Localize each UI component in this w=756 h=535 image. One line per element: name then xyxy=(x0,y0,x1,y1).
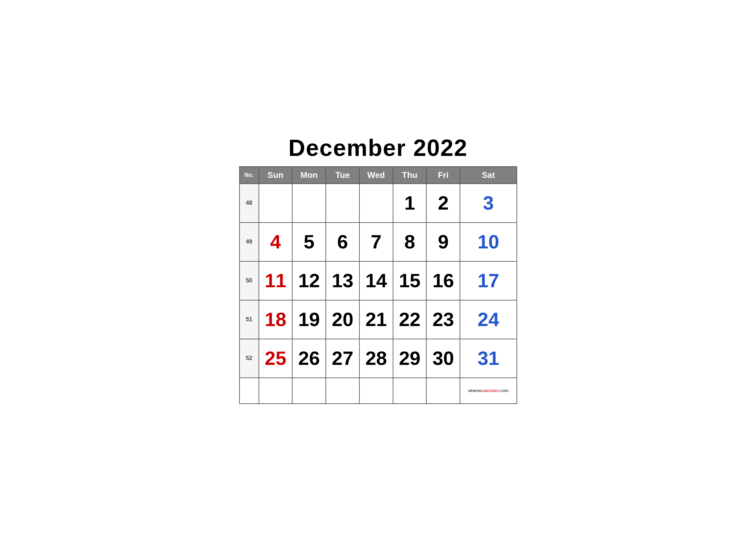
week-number-51: 51 xyxy=(239,300,259,339)
header-mon: Mon xyxy=(292,167,326,184)
day-cell-25: 25 xyxy=(259,339,292,378)
day-cell-3: 3 xyxy=(460,184,517,223)
week-number-48: 48 xyxy=(239,184,259,223)
day-cell-5: 5 xyxy=(292,223,326,261)
week-row-51: 5118192021222324 xyxy=(239,300,517,339)
day-cell-empty-0-1 xyxy=(292,184,326,223)
empty-last-3 xyxy=(326,378,360,404)
day-cell-30: 30 xyxy=(426,339,460,378)
calendar-table: No. Sun Mon Tue Wed Thu Fri Sat 48123494… xyxy=(239,166,517,404)
calendar-title: December 2022 xyxy=(239,134,517,161)
empty-last-4 xyxy=(360,378,393,404)
day-cell-22: 22 xyxy=(393,300,427,339)
empty-last-2 xyxy=(292,378,326,404)
day-cell-12: 12 xyxy=(292,261,326,300)
header-sun: Sun xyxy=(259,167,292,184)
day-cell-4: 4 xyxy=(259,223,292,261)
day-cell-empty-0-3 xyxy=(360,184,393,223)
calendar-body: 4812349456789105011121314151617511819202… xyxy=(239,184,517,404)
header-tue: Tue xyxy=(326,167,360,184)
day-cell-15: 15 xyxy=(393,261,427,300)
day-cell-17: 17 xyxy=(460,261,517,300)
day-cell-14: 14 xyxy=(360,261,393,300)
empty-last-6 xyxy=(426,378,460,404)
day-cell-9: 9 xyxy=(426,223,460,261)
watermark-cell: wheniscalendars.com xyxy=(460,378,517,404)
day-cell-20: 20 xyxy=(326,300,360,339)
day-cell-empty-0-2 xyxy=(326,184,360,223)
day-cell-8: 8 xyxy=(393,223,427,261)
week-number-50: 50 xyxy=(239,261,259,300)
day-cell-1: 1 xyxy=(393,184,427,223)
header-row: No. Sun Mon Tue Wed Thu Fri Sat xyxy=(239,167,517,184)
day-cell-2: 2 xyxy=(426,184,460,223)
week-row-48: 48123 xyxy=(239,184,517,223)
day-cell-13: 13 xyxy=(326,261,360,300)
watermark: wheniscalendars.com xyxy=(468,388,508,393)
week-number-52: 52 xyxy=(239,339,259,378)
header-thu: Thu xyxy=(393,167,427,184)
day-cell-empty-0-0 xyxy=(259,184,292,223)
day-cell-29: 29 xyxy=(393,339,427,378)
day-cell-18: 18 xyxy=(259,300,292,339)
header-wed: Wed xyxy=(360,167,393,184)
day-cell-10: 10 xyxy=(460,223,517,261)
day-cell-6: 6 xyxy=(326,223,360,261)
week-row-50: 5011121314151617 xyxy=(239,261,517,300)
day-cell-19: 19 xyxy=(292,300,326,339)
day-cell-24: 24 xyxy=(460,300,517,339)
header-sat: Sat xyxy=(460,167,517,184)
day-cell-26: 26 xyxy=(292,339,326,378)
header-fri: Fri xyxy=(426,167,460,184)
empty-last-1 xyxy=(259,378,292,404)
day-cell-11: 11 xyxy=(259,261,292,300)
week-row-49: 4945678910 xyxy=(239,223,517,261)
day-cell-27: 27 xyxy=(326,339,360,378)
empty-last-0 xyxy=(239,378,259,404)
last-empty-row: wheniscalendars.com xyxy=(239,378,517,404)
day-cell-23: 23 xyxy=(426,300,460,339)
week-number-49: 49 xyxy=(239,223,259,261)
empty-last-5 xyxy=(393,378,427,404)
day-cell-7: 7 xyxy=(360,223,393,261)
day-cell-16: 16 xyxy=(426,261,460,300)
calendar-container: December 2022 No. Sun Mon Tue Wed Thu Fr… xyxy=(233,125,524,410)
day-cell-28: 28 xyxy=(360,339,393,378)
week-row-52: 5225262728293031 xyxy=(239,339,517,378)
day-cell-31: 31 xyxy=(460,339,517,378)
header-no: No. xyxy=(239,167,259,184)
day-cell-21: 21 xyxy=(360,300,393,339)
